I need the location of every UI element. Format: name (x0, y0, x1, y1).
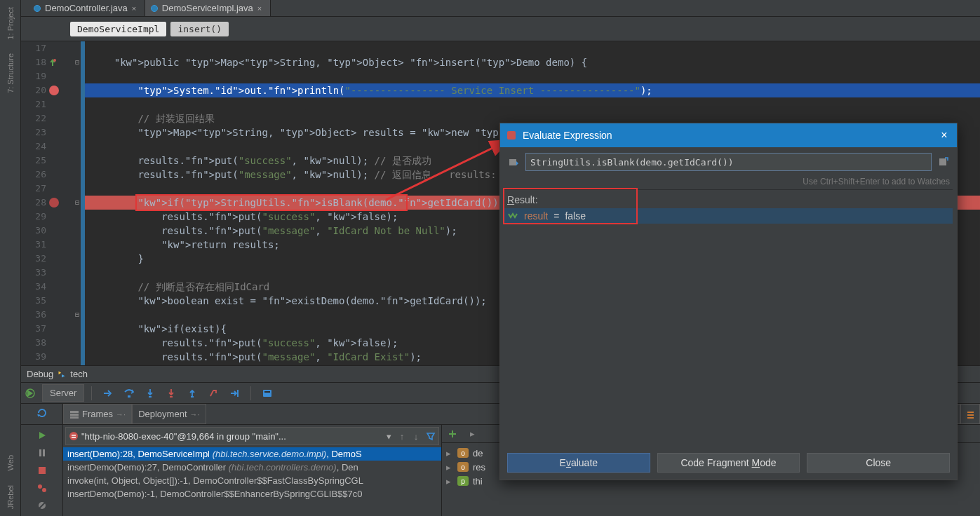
svg-rect-17 (39, 467, 46, 474)
svg-rect-13 (967, 414, 974, 416)
result-label: Result: (504, 190, 953, 208)
result-value: false (565, 210, 586, 222)
structure-tool-tab[interactable]: 7: Structure (6, 46, 15, 100)
mute-breakpoints-button[interactable] (34, 498, 51, 513)
frames-panel: "http-nio-8080-exec-40"@19,664 in group … (63, 425, 442, 516)
evaluate-button[interactable]: Evaluate (507, 453, 650, 473)
view-breakpoints-button[interactable] (34, 481, 51, 496)
thread-name: "http-nio-8080-exec-40"@19,664 in group … (81, 431, 382, 442)
svg-rect-2 (128, 395, 130, 398)
server-tab[interactable]: Server (42, 384, 84, 402)
svg-rect-12 (967, 412, 974, 413)
stop-button[interactable] (34, 463, 51, 477)
stack-frame[interactable]: insertDemo(Demo):27, DemoController (hbi… (63, 461, 441, 474)
history-button[interactable] (506, 154, 521, 170)
svg-rect-27 (939, 158, 946, 165)
rerun-button[interactable] (21, 384, 39, 402)
file-tab-label: DemoServiceImpl.java (162, 3, 253, 13)
crumb-bar: DemoServiceImpl insert() (21, 17, 980, 41)
svg-rect-11 (70, 416, 79, 419)
svg-rect-16 (43, 449, 45, 456)
resume-button[interactable] (34, 428, 51, 442)
svg-rect-4 (170, 396, 173, 398)
add-watch-button[interactable] (445, 426, 460, 442)
close-button[interactable]: Close (807, 453, 950, 473)
editor-tabs: DemoController.java × DemoServiceImpl.ja… (21, 0, 980, 17)
filter-button[interactable] (423, 431, 438, 441)
stack-frame[interactable]: invoke(int, Object, Object[]):-1, DemoCo… (63, 474, 441, 487)
chevron-down-icon[interactable]: ▾ (382, 431, 395, 442)
jrebel-tool-tab[interactable]: JRebel (6, 478, 15, 516)
svg-rect-14 (967, 417, 974, 419)
dialog-buttons: Evaluate Code Fragment Mode Close (500, 446, 957, 480)
java-class-icon (34, 5, 41, 12)
pause-button[interactable] (34, 445, 51, 460)
thread-suspended-icon (69, 431, 79, 441)
dialog-titlebar[interactable]: Evaluate Expression × (500, 123, 957, 147)
web-tool-tab[interactable]: Web (6, 448, 15, 477)
left-tool-rail: 1: Project 7: Structure Web JRebel (0, 0, 21, 516)
crumb-method[interactable]: insert() (170, 22, 229, 36)
frames-tab[interactable]: Frames →· (63, 404, 132, 424)
debug-side-controls (21, 425, 63, 516)
svg-point-0 (53, 59, 56, 62)
next-frame-button[interactable]: ↓ (414, 431, 419, 442)
step-into-button[interactable] (141, 384, 159, 402)
file-tab-democontroller[interactable]: DemoController.java × (21, 0, 145, 16)
result-panel: Result: result = false (504, 189, 953, 446)
svg-rect-10 (70, 414, 79, 416)
svg-rect-9 (70, 411, 79, 413)
dialog-title: Evaluate Expression (523, 130, 932, 141)
editor-gutter[interactable]: 1718⊟19202122232425262728⊟29303132333435… (21, 41, 81, 365)
file-tab-demoserviceimpl[interactable]: DemoServiceImpl.java × (145, 0, 271, 16)
thread-selector[interactable]: "http-nio-8080-exec-40"@19,664 in group … (65, 427, 439, 445)
file-tab-label: DemoController.java (45, 3, 128, 13)
svg-point-22 (69, 432, 78, 440)
svg-point-19 (42, 488, 46, 492)
result-name: result (524, 210, 548, 222)
expression-input[interactable] (525, 153, 932, 171)
pin-icon[interactable]: →· (116, 410, 126, 419)
svg-rect-5 (191, 396, 194, 398)
debug-label: Debug (27, 369, 53, 379)
close-icon[interactable]: × (257, 5, 264, 12)
svg-rect-6 (237, 390, 239, 397)
svg-rect-3 (149, 396, 152, 398)
svg-rect-26 (509, 159, 516, 165)
stack-frame[interactable]: insert(Demo):28, DemoServiceImpl (hbi.te… (63, 447, 441, 461)
svg-rect-8 (264, 391, 270, 393)
hint-text: Use Ctrl+Shift+Enter to add to Watches (500, 177, 957, 189)
expand-all-button[interactable]: ▸ (464, 426, 480, 442)
frames-icon (69, 409, 79, 419)
step-out-button[interactable] (183, 384, 201, 402)
java-class-icon (151, 5, 158, 12)
code-fragment-mode-button[interactable]: Code Fragment Mode (657, 453, 800, 473)
drop-frame-button[interactable] (204, 384, 222, 402)
crumb-class[interactable]: DemoServiceImpl (70, 22, 166, 36)
update-app-button[interactable] (36, 407, 48, 421)
prev-frame-button[interactable]: ↑ (400, 431, 405, 442)
debug-config-name: tech (70, 369, 88, 379)
stack-frame[interactable]: insertDemo(Demo):-1, DemoController$$Enh… (63, 487, 441, 501)
force-step-into-button[interactable] (162, 384, 180, 402)
evaluate-expression-button[interactable] (258, 384, 276, 402)
run-config-icon (58, 370, 66, 379)
deployment-tab[interactable]: Deployment →· (132, 404, 206, 424)
close-icon[interactable]: × (937, 129, 951, 142)
result-row[interactable]: result = false (504, 208, 953, 224)
app-icon (506, 130, 517, 141)
add-to-watches-button[interactable] (936, 154, 951, 170)
svg-rect-25 (507, 131, 516, 140)
show-execution-point-button[interactable] (99, 384, 117, 402)
evaluate-expression-dialog[interactable]: Evaluate Expression × Use Ctrl+Shift+Ent… (499, 123, 958, 480)
svg-rect-7 (263, 390, 271, 397)
close-icon[interactable]: × (132, 5, 139, 12)
svg-point-18 (38, 484, 42, 489)
deployment-tab-label: Deployment (138, 409, 187, 419)
frames-list[interactable]: insert(Demo):28, DemoServiceImpl (hbi.te… (63, 447, 441, 516)
console-icon-tab[interactable] (960, 404, 980, 424)
run-to-cursor-button[interactable] (225, 384, 243, 402)
boolean-icon (507, 211, 518, 221)
step-over-button[interactable] (120, 384, 138, 402)
project-tool-tab[interactable]: 1: Project (6, 0, 15, 46)
